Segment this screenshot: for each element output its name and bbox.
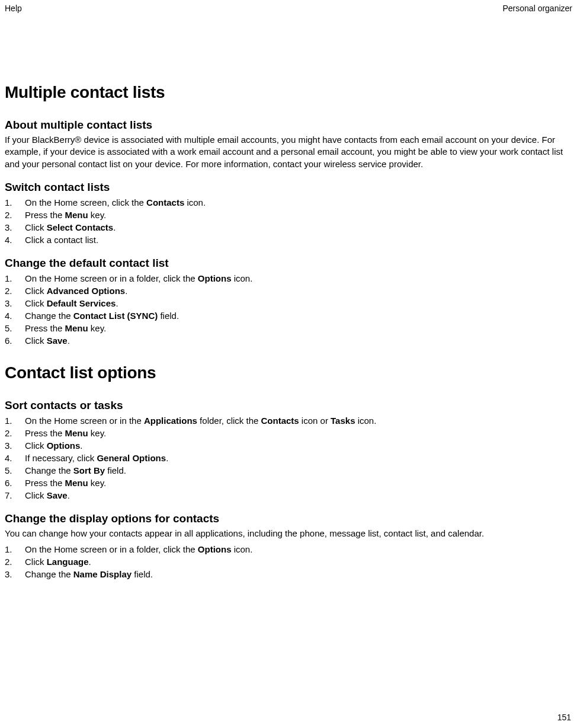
list-item: On the Home screen or in a folder, click… (5, 543, 572, 555)
list-item: Click Default Services. (5, 297, 572, 309)
list-item: Press the Menu key. (5, 477, 572, 489)
list-item: On the Home screen or in a folder, click… (5, 272, 572, 285)
steps-change-default: On the Home screen or in a folder, click… (5, 272, 572, 347)
paragraph-display-options: You can change how your contacts appear … (5, 528, 572, 539)
section-change-default-contact-list: Change the default contact list On the H… (5, 257, 572, 347)
page-content: Multiple contact lists About multiple co… (0, 83, 577, 580)
subheading-display-options: Change the display options for contacts (5, 512, 572, 525)
list-item: Click Advanced Options. (5, 285, 572, 297)
subheading-switch: Switch contact lists (5, 181, 572, 194)
subheading-about: About multiple contact lists (5, 119, 572, 132)
section-switch-contact-lists: Switch contact lists On the Home screen,… (5, 181, 572, 246)
list-item: Click Save. (5, 489, 572, 502)
header-right: Personal organizer (502, 4, 572, 13)
list-item: Click Language. (5, 555, 572, 568)
header-left: Help (5, 4, 22, 13)
heading-multiple-contact-lists: Multiple contact lists (5, 83, 572, 102)
list-item: Press the Menu key. (5, 427, 572, 439)
list-item: Click Select Contacts. (5, 221, 572, 234)
list-item: Click a contact list. (5, 234, 572, 246)
page-header: Help Personal organizer (0, 0, 577, 13)
steps-display-options: On the Home screen or in a folder, click… (5, 543, 572, 580)
list-item: On the Home screen or in the Application… (5, 414, 572, 427)
page-number: 151 (557, 713, 571, 722)
list-item: Press the Menu key. (5, 209, 572, 221)
list-item: Click Save. (5, 334, 572, 347)
list-item: Press the Menu key. (5, 322, 572, 334)
list-item: Change the Name Display field. (5, 568, 572, 580)
list-item: Change the Sort By field. (5, 464, 572, 477)
list-item: On the Home screen, click the Contacts i… (5, 196, 572, 209)
list-item: Click Options. (5, 439, 572, 452)
list-item: If necessary, click General Options. (5, 452, 572, 464)
section-about-multiple-contact-lists: About multiple contact lists If your Bla… (5, 119, 572, 170)
section-sort-contacts-or-tasks: Sort contacts or tasks On the Home scree… (5, 399, 572, 502)
steps-switch: On the Home screen, click the Contacts i… (5, 196, 572, 246)
section-change-display-options: Change the display options for contacts … (5, 512, 572, 580)
subheading-sort: Sort contacts or tasks (5, 399, 572, 412)
list-item: Change the Contact List (SYNC) field. (5, 309, 572, 322)
paragraph-about: If your BlackBerry® device is associated… (5, 134, 572, 170)
heading-contact-list-options: Contact list options (5, 363, 572, 382)
subheading-change-default: Change the default contact list (5, 257, 572, 270)
steps-sort: On the Home screen or in the Application… (5, 414, 572, 502)
